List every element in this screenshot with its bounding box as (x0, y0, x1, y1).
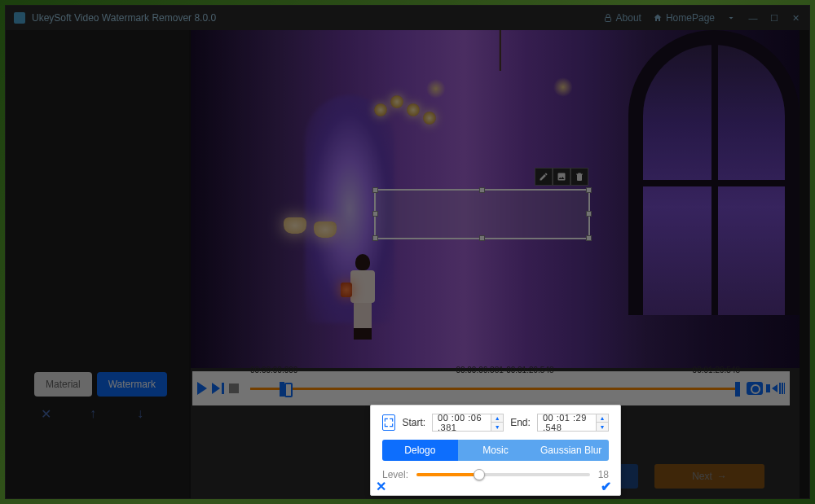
selection-image-button[interactable] (553, 168, 570, 186)
about-link[interactable]: About (603, 12, 641, 24)
selection-toolbar (535, 168, 588, 186)
video-frame[interactable] (191, 30, 800, 368)
delete-selection-button[interactable] (570, 168, 588, 186)
pencil-icon (539, 172, 548, 182)
resize-handle-e[interactable] (586, 211, 592, 217)
play-range-icon (212, 383, 224, 394)
tab-gaussian-blur[interactable]: Gaussian Blur (533, 440, 609, 461)
play-range-button[interactable] (212, 383, 224, 394)
homepage-link[interactable]: HomePage (653, 12, 715, 24)
end-time-up[interactable]: ▲ (597, 414, 608, 423)
start-time-up[interactable]: ▲ (491, 414, 503, 423)
volume-button[interactable] (766, 383, 785, 394)
time-range-label: 00:00:06.381-00:01:29.548 (456, 366, 553, 375)
resize-handle-se[interactable] (586, 235, 592, 241)
level-slider-thumb[interactable] (474, 469, 485, 480)
homepage-label: HomePage (666, 12, 715, 24)
level-slider[interactable] (416, 473, 590, 476)
playhead[interactable] (284, 383, 293, 397)
timeline-track[interactable]: 00:00:00.000 00:00:06.381-00:01:29.548 0… (250, 380, 740, 397)
material-toggle[interactable]: Material (34, 372, 92, 397)
app-logo-icon (14, 12, 25, 24)
panel-cancel-button[interactable]: ✕ (376, 479, 389, 492)
expand-icon (383, 417, 394, 428)
person-figure (347, 254, 378, 344)
home-icon (653, 13, 663, 23)
end-time-label: End: (510, 417, 531, 428)
end-time-input[interactable]: 00 :01 :29 .548 ▲▼ (537, 414, 609, 432)
resize-handle-nw[interactable] (372, 187, 378, 193)
move-down-button[interactable]: ↓ (133, 406, 148, 421)
tab-mosic[interactable]: Mosic (458, 440, 534, 461)
play-button[interactable] (197, 382, 207, 395)
end-time-down[interactable]: ▼ (597, 423, 608, 431)
image-icon (557, 172, 566, 182)
stop-icon (229, 383, 239, 393)
window-controls: — ☐ ✕ (747, 12, 801, 24)
titlebar: UkeySoft Video Watermark Remover 8.0.0 A… (6, 6, 809, 30)
stop-button[interactable] (229, 383, 239, 393)
remove-item-button[interactable]: ✕ (38, 406, 53, 421)
play-icon (197, 382, 207, 395)
snapshot-button[interactable] (747, 382, 763, 395)
arrow-right-icon: → (717, 471, 727, 482)
resize-handle-w[interactable] (372, 211, 378, 217)
close-button[interactable]: ✕ (790, 12, 801, 24)
next-button[interactable]: Next→ (654, 464, 764, 489)
resize-handle-ne[interactable] (586, 187, 592, 193)
timeline-labels: 00:00:00.000 00:00:06.381-00:01:29.548 0… (250, 366, 740, 375)
about-label: About (616, 12, 641, 24)
menu-dropdown[interactable] (726, 13, 736, 23)
range-end-handle[interactable] (735, 382, 740, 397)
toggle-group: Material Watermark (34, 372, 167, 397)
end-time-value: 00 :01 :29 .548 (538, 413, 596, 432)
time-start-label: 00:00:00.000 (250, 366, 297, 375)
maximize-button[interactable]: ☐ (769, 12, 780, 24)
watermark-selection[interactable] (374, 189, 590, 239)
watermark-settings-panel: Start: 00 :00 :06 .381 ▲▼ End: 00 :01 :2… (370, 405, 621, 496)
trash-icon (575, 172, 584, 182)
watermark-toggle[interactable]: Watermark (97, 372, 167, 397)
sidebar: Material Watermark ✕ ↑ ↓ (6, 30, 189, 498)
chevron-down-icon (726, 13, 736, 23)
expand-panel-button[interactable] (382, 414, 395, 431)
resize-handle-s[interactable] (479, 235, 485, 241)
timeline: 00:00:00.000 00:00:06.381-00:01:29.548 0… (192, 371, 790, 405)
time-end-label: 00:01:29.548 (693, 366, 740, 375)
start-time-label: Start: (402, 417, 425, 428)
resize-handle-n[interactable] (479, 187, 485, 193)
sidebar-actions: ✕ ↑ ↓ (38, 406, 148, 421)
move-up-button[interactable]: ↑ (86, 406, 100, 421)
lock-icon (603, 13, 613, 23)
start-time-down[interactable]: ▼ (491, 423, 503, 431)
tab-delogo[interactable]: Delogo (382, 440, 458, 461)
resize-handle-sw[interactable] (372, 235, 378, 241)
panel-confirm-button[interactable]: ✔ (601, 479, 614, 492)
window-title: UkeySoft Video Watermark Remover 8.0.0 (32, 12, 592, 24)
start-time-input[interactable]: 00 :00 :06 .381 ▲▼ (432, 414, 504, 432)
edit-selection-button[interactable] (535, 168, 553, 186)
minimize-button[interactable]: — (747, 12, 759, 24)
effect-tabs: Delogo Mosic Gaussian Blur (382, 440, 609, 461)
svg-rect-0 (605, 18, 610, 22)
start-time-value: 00 :00 :06 .381 (433, 413, 491, 432)
